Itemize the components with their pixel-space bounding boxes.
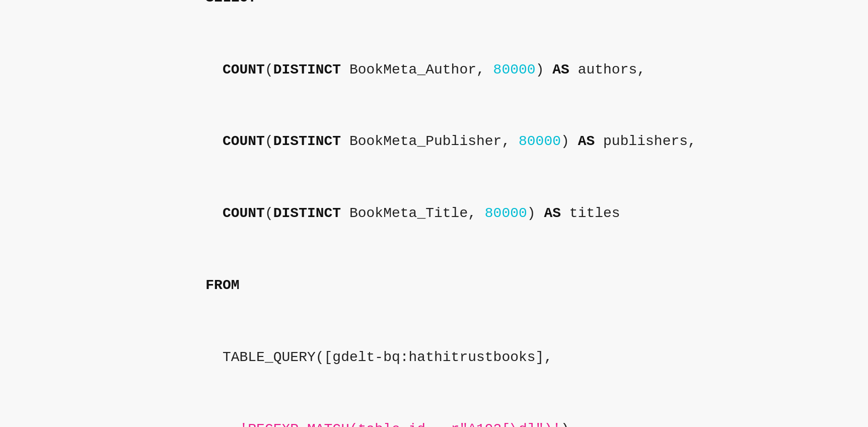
regexp-string: 'REGEXP_MATCH(table_id , r"^192[\d]")': [240, 421, 561, 427]
as-kw-2: AS: [578, 133, 595, 149]
as-kw-1: AS: [552, 62, 569, 78]
close-3: ): [527, 205, 544, 221]
closing-paren: ): [561, 421, 569, 427]
regexp-line: 'REGEXP_MATCH(table_id , r"^192[\d]")'): [172, 393, 696, 427]
count-kw-1: COUNT: [223, 62, 265, 78]
field-2: BookMeta_Publisher,: [341, 133, 519, 149]
alias-1: authors,: [569, 62, 645, 78]
distinct-kw-3: DISTINCT: [273, 205, 341, 221]
close-2: ): [561, 133, 578, 149]
paren-2: (: [265, 133, 273, 149]
field-1: BookMeta_Author,: [341, 62, 493, 78]
distinct-kw-1: DISTINCT: [273, 62, 341, 78]
count-kw-2: COUNT: [223, 133, 265, 149]
field-3: BookMeta_Title,: [341, 205, 485, 221]
paren-1: (: [265, 62, 273, 78]
count-kw-3: COUNT: [223, 205, 265, 221]
select-line: SELECT: [172, 0, 696, 34]
table-query-text: TABLE_QUERY([gdelt-bq:hathitrustbooks],: [223, 349, 552, 365]
count-publishers-line: COUNT(DISTINCT BookMeta_Publisher, 80000…: [172, 106, 696, 178]
num-2: 80000: [519, 133, 561, 149]
distinct-kw-2: DISTINCT: [273, 133, 341, 149]
num-3: 80000: [485, 205, 527, 221]
as-kw-3: AS: [544, 205, 561, 221]
from-line: FROM: [172, 249, 696, 321]
from-keyword: FROM: [205, 277, 239, 293]
num-1: 80000: [493, 62, 536, 78]
count-titles-line: COUNT(DISTINCT BookMeta_Title, 80000) AS…: [172, 178, 696, 250]
close-1: ): [536, 62, 553, 78]
table-query-line: TABLE_QUERY([gdelt-bq:hathitrustbooks],: [172, 321, 696, 393]
alias-3: titles: [561, 205, 620, 221]
paren-3: (: [265, 205, 273, 221]
select-keyword: SELECT: [205, 0, 256, 6]
code-block: SELECT COUNT(DISTINCT BookMeta_Author, 8…: [141, 0, 727, 427]
count-authors-line: COUNT(DISTINCT BookMeta_Author, 80000) A…: [172, 34, 696, 106]
alias-2: publishers,: [595, 133, 696, 149]
